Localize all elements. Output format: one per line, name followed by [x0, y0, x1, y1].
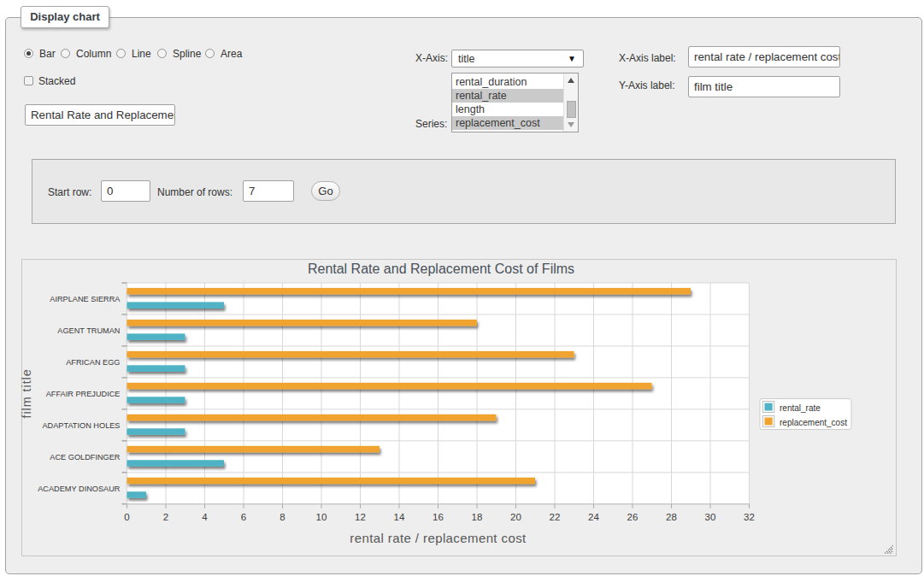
svg-text:26: 26 [627, 512, 639, 522]
svg-text:14: 14 [394, 512, 405, 522]
svg-text:ACADEMY DINOSAUR: ACADEMY DINOSAUR [38, 485, 121, 493]
svg-text:Rental Rate and Replacement Co: Rental Rate and Replacement Cost of Film… [308, 262, 574, 276]
svg-text:28: 28 [666, 512, 677, 522]
svg-text:18: 18 [472, 512, 483, 522]
svg-text:6: 6 [241, 512, 246, 522]
svg-text:12: 12 [355, 512, 366, 522]
svg-text:ADAPTATION HOLES: ADAPTATION HOLES [42, 421, 120, 430]
svg-text:32: 32 [744, 512, 755, 522]
svg-text:AGENT TRUMAN: AGENT TRUMAN [57, 326, 120, 335]
svg-text:rental rate / replacement cost: rental rate / replacement cost [350, 531, 527, 545]
svg-text:AFRICAN EGG: AFRICAN EGG [66, 358, 120, 367]
svg-text:22: 22 [550, 512, 561, 522]
svg-text:ACE GOLDFINGER: ACE GOLDFINGER [50, 453, 121, 461]
svg-text:2: 2 [163, 512, 168, 522]
svg-text:8: 8 [280, 512, 285, 522]
svg-text:4: 4 [202, 512, 208, 522]
svg-text:rental_rate: rental_rate [780, 403, 821, 413]
svg-text:16: 16 [433, 512, 444, 522]
svg-text:film title: film title [20, 368, 33, 418]
svg-text:30: 30 [705, 512, 716, 522]
svg-text:AIRPLANE SIERRA: AIRPLANE SIERRA [50, 295, 121, 303]
svg-text:AFFAIR PREJUDICE: AFFAIR PREJUDICE [46, 390, 121, 398]
svg-text:10: 10 [316, 512, 327, 522]
svg-text:24: 24 [588, 512, 599, 522]
svg-text:replacement_cost: replacement_cost [780, 418, 847, 427]
svg-text:20: 20 [510, 512, 521, 522]
svg-text:0: 0 [124, 512, 129, 522]
